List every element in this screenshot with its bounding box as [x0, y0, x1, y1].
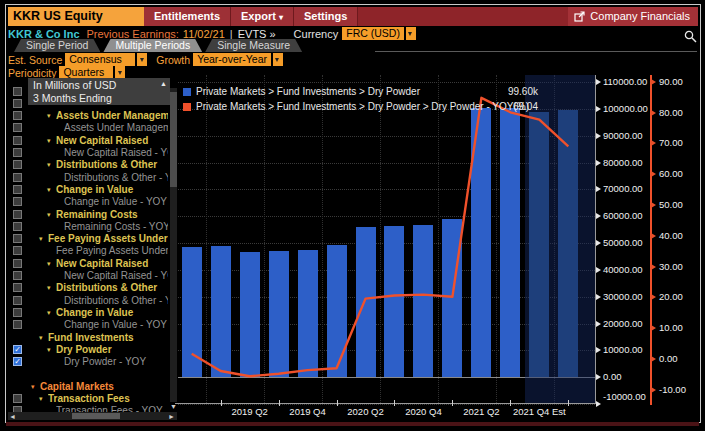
measure-checkbox[interactable] [13, 234, 22, 243]
tree-item-capital-markets[interactable]: Capital Markets [40, 381, 168, 393]
tree-item-remaining-costs-yoy[interactable]: Remaining Costs - YOY [64, 221, 168, 233]
export-button[interactable]: Export ▾ [231, 7, 294, 26]
right-axis-label: 0.00 [659, 353, 678, 365]
tree-item-change-in-value[interactable]: Change in Value [56, 307, 168, 319]
measure-checkbox-checked[interactable]: ✓ [13, 345, 22, 354]
right-axis-label: 20.00 [659, 291, 683, 303]
tree-item-dry-powder-yoy[interactable]: Dry Powder - YOY [64, 356, 168, 368]
measure-checkbox[interactable] [13, 210, 22, 219]
measure-checkbox[interactable] [13, 173, 22, 182]
legend-swatch-orange [183, 103, 191, 111]
measure-checkbox[interactable] [13, 123, 22, 132]
measure-checkbox[interactable] [13, 197, 22, 206]
tree-expand-icon[interactable]: ▾ [39, 393, 43, 405]
tree-expand-icon[interactable]: ▾ [47, 307, 51, 319]
growth-dropdown-arrow[interactable] [273, 53, 283, 66]
tree-expand-icon[interactable]: ▾ [47, 258, 51, 270]
currency-dropdown-arrow[interactable] [406, 27, 416, 40]
tree-item-new-capital-raised[interactable]: New Capital Raised [56, 135, 168, 147]
measure-checkbox[interactable] [13, 136, 22, 145]
divider-line [375, 51, 697, 52]
currency-label: Currency [294, 28, 339, 40]
right-axis-label: 90.00 [659, 76, 683, 88]
tree-item-new-capital-raised[interactable]: New Capital Raised [56, 258, 168, 270]
scroll-up-icon[interactable]: ▲ [160, 80, 167, 87]
est-source-dropdown-arrow[interactable] [137, 53, 147, 66]
legend-swatch-blue [183, 88, 191, 96]
scroll-right-icon[interactable]: ► [168, 413, 175, 421]
tab-single-period[interactable]: Single Period [14, 39, 100, 52]
measure-checkbox[interactable] [13, 87, 22, 96]
scroll-left-icon[interactable]: ◄ [9, 413, 16, 421]
measure-checkbox[interactable] [13, 111, 22, 120]
export-caret-icon: ▾ [279, 13, 283, 22]
currency-select[interactable]: FRC (USD) [342, 27, 404, 40]
measure-checkbox-checked[interactable]: ✓ [13, 357, 22, 366]
tree-item-change-in-value[interactable]: Change in Value [56, 184, 168, 196]
measure-checkbox[interactable] [13, 222, 22, 231]
measure-checkbox[interactable] [13, 320, 22, 329]
tree-item-dry-powder[interactable]: Dry Powder [56, 344, 168, 356]
tab-single-measure[interactable]: Single Measure [205, 39, 302, 52]
tree-item-fund-investments[interactable]: Fund Investments [48, 332, 168, 344]
tree-expand-icon[interactable]: ▾ [47, 344, 51, 356]
tree-item-change-in-value-yoy[interactable]: Change in Value - YOY [64, 196, 168, 208]
measure-checkbox[interactable] [13, 160, 22, 169]
measure-checkbox[interactable] [13, 271, 22, 280]
security-title[interactable]: KKR US Equity [8, 7, 144, 26]
scroll-down-icon[interactable]: ▼ [170, 403, 177, 411]
right-axis-tick-icon [651, 294, 656, 300]
tree-item-distributions-other[interactable]: Distributions & Other [56, 282, 168, 294]
tree-item-distributions-other-yoy[interactable]: Distributions & Other - YOY [64, 295, 168, 307]
left-axis-label: -10000.00 [603, 391, 646, 403]
tree-expand-icon[interactable]: ▾ [47, 110, 51, 122]
tab-multiple-periods[interactable]: Multiple Periods [103, 39, 202, 52]
tree-vscroll-thumb[interactable] [170, 92, 177, 187]
ticker-name[interactable]: KKR & Co Inc [8, 28, 80, 40]
left-axis-label: 100000.00 [603, 103, 648, 115]
left-axis-label: 50000.00 [603, 237, 643, 249]
measure-checkbox[interactable] [13, 394, 22, 403]
tree-expand-icon[interactable]: ▾ [47, 184, 51, 196]
tree-expand-icon[interactable]: ▾ [47, 209, 51, 221]
tree-item-change-in-value-yoy[interactable]: Change in Value - YOY [64, 319, 168, 331]
tree-item-remaining-costs[interactable]: Remaining Costs [56, 209, 168, 221]
tree-expand-icon[interactable]: ▾ [39, 233, 43, 245]
entitlements-button[interactable]: Entitlements [144, 7, 231, 26]
measure-checkbox[interactable] [13, 259, 22, 268]
yoy-line-chart [175, 75, 605, 407]
measure-checkbox[interactable] [13, 296, 22, 305]
evts-link[interactable]: EVTS » [238, 28, 276, 40]
right-axis-label: 10.00 [659, 322, 683, 334]
tree-expand-icon[interactable]: ▾ [39, 332, 43, 344]
x-axis-label: 2021 Q2 [463, 406, 499, 418]
units-dropdown-overlay[interactable]: In Millions of USD 3 Months Ending ▲ [28, 78, 170, 105]
measure-checkbox[interactable] [13, 185, 22, 194]
tree-item-assets-under-management[interactable]: Assets Under Management - [64, 122, 168, 134]
tree-item-fee-paying-assets-under-ma[interactable]: Fee Paying Assets Under Ma. [56, 245, 168, 257]
measure-checkbox[interactable] [13, 246, 22, 255]
tree-item-distributions-other-yoy[interactable]: Distributions & Other - YOY [64, 172, 168, 184]
est-source-select[interactable]: Consensus [65, 53, 135, 66]
growth-select[interactable]: Year-over-Year [193, 53, 271, 66]
tree-item-new-capital-raised-yoy[interactable]: New Capital Raised - YOY [64, 270, 168, 282]
tree-item-fee-paying-assets-under-mana[interactable]: Fee Paying Assets Under Mana [48, 233, 168, 245]
tree-item-new-capital-raised-yoy[interactable]: New Capital Raised - YOY [64, 147, 168, 159]
measure-checkbox[interactable] [13, 283, 22, 292]
tree-expand-icon[interactable]: ▾ [47, 159, 51, 171]
settings-button[interactable]: Settings [294, 7, 358, 26]
tree-item-distributions-other[interactable]: Distributions & Other [56, 159, 168, 171]
tree-item-assets-under-management[interactable]: Assets Under Management [56, 110, 168, 122]
measure-checkbox[interactable] [13, 148, 22, 157]
tree-expand-icon[interactable]: ▾ [47, 282, 51, 294]
tree-expand-icon[interactable]: ▾ [31, 381, 35, 393]
right-axis-label: 40.00 [659, 230, 683, 242]
search-icon[interactable] [683, 29, 698, 44]
tree-item-transaction-fees[interactable]: Transaction Fees [48, 393, 168, 405]
previous-earnings-date[interactable]: 11/02/21 [183, 28, 225, 40]
company-financials-button[interactable]: Company Financials [568, 7, 698, 26]
tree-expand-icon[interactable]: ▾ [47, 135, 51, 147]
measure-checkbox[interactable] [13, 99, 22, 108]
tree-hscroll-thumb[interactable] [72, 413, 120, 419]
measure-checkbox[interactable] [13, 308, 22, 317]
